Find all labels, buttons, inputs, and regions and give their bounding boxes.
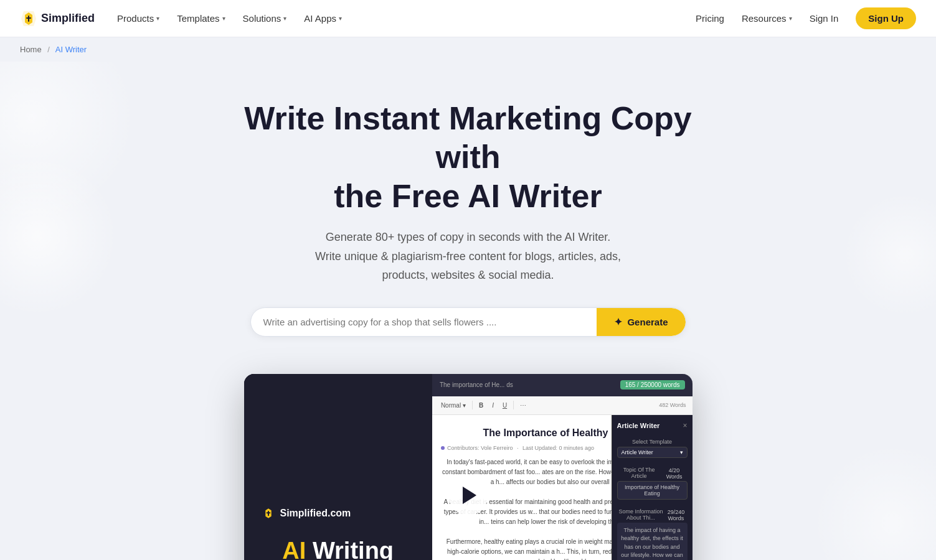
- panel-info-header: Some Information About Thi... 29/240 Wor…: [617, 508, 688, 523]
- panel-topic-header: Topic Of The Article 4/20 Words: [617, 467, 688, 481]
- signup-button[interactable]: Sign Up: [856, 7, 916, 29]
- panel-info-label: Some Information About Thi...: [617, 508, 665, 521]
- video-section: Simplified.com AI Writing Generator The …: [244, 374, 693, 560]
- navbar: Simplified Products ▾ Templates ▾ Soluti…: [0, 0, 936, 37]
- toolbar-bold[interactable]: B: [476, 401, 486, 410]
- products-chevron-icon: ▾: [156, 15, 159, 22]
- panel-close-icon[interactable]: ×: [683, 421, 687, 430]
- video-brand: Simplified.com: [262, 506, 415, 520]
- nav-resources[interactable]: Resources ▾: [742, 13, 792, 24]
- resources-chevron-icon: ▾: [789, 15, 792, 22]
- hero-subtitle: Generate 80+ types of copy in seconds wi…: [281, 228, 655, 285]
- ai-apps-chevron-icon: ▾: [339, 15, 342, 22]
- logo-text: Simplified: [41, 12, 95, 25]
- wand-icon: ✦: [614, 316, 622, 328]
- breadcrumb-current: AI Writer: [55, 45, 87, 54]
- panel-info-field: Some Information About Thi... 29/240 Wor…: [617, 508, 688, 560]
- editor-word-count: 165 / 250000 words: [620, 380, 685, 390]
- hero-title: Write Instant Marketing Copy with the Fr…: [225, 99, 711, 215]
- toolbar-more[interactable]: ⋯: [518, 401, 529, 410]
- breadcrumb-separator: /: [47, 45, 50, 54]
- logo[interactable]: Simplified: [20, 10, 95, 27]
- video-container: Simplified.com AI Writing Generator The …: [244, 374, 693, 560]
- search-bar: ✦ Generate: [250, 307, 686, 337]
- article-writer-panel: Article Writer × Select Template Article…: [612, 415, 693, 560]
- video-left: Simplified.com AI Writing Generator: [244, 374, 432, 560]
- toolbar-underline[interactable]: U: [500, 401, 509, 410]
- editor-title-text: The importance of He... ds: [440, 381, 513, 388]
- nav-products[interactable]: Products ▾: [110, 8, 167, 29]
- logo-icon: [20, 10, 37, 27]
- templates-chevron-icon: ▾: [222, 15, 225, 22]
- panel-info-chars: 29/240 Words: [664, 509, 687, 521]
- template-chevron-icon: ▾: [680, 449, 683, 455]
- toolbar-sep-1: [472, 401, 473, 409]
- toolbar-italic[interactable]: I: [489, 401, 496, 410]
- panel-template-select[interactable]: Article Writer ▾: [617, 447, 688, 458]
- panel-topic-value[interactable]: Importance of Healthy Eating: [617, 481, 688, 500]
- search-input[interactable]: [251, 308, 597, 336]
- panel-template-field: Select Template Article Writer ▾: [617, 439, 688, 458]
- meta-dot-icon: [441, 446, 445, 450]
- play-triangle-icon: [463, 487, 476, 504]
- editor-toolbar: Normal ▾ B I U ⋯ 482 Words: [432, 396, 693, 415]
- panel-header: Article Writer ×: [617, 421, 688, 430]
- panel-body-text[interactable]: The impact of having a healthy diet, the…: [617, 523, 688, 560]
- video-headline: AI Writing Generator: [262, 538, 415, 560]
- nav-links: Products ▾ Templates ▾ Solutions ▾ AI Ap…: [110, 8, 688, 29]
- panel-template-label: Select Template: [617, 439, 688, 445]
- panel-topic-field: Topic Of The Article 4/20 Words Importan…: [617, 467, 688, 500]
- video-brand-text: Simplified.com: [280, 508, 351, 519]
- nav-templates[interactable]: Templates ▾: [169, 8, 232, 29]
- nav-pricing[interactable]: Pricing: [688, 8, 732, 29]
- breadcrumb-home[interactable]: Home: [20, 45, 42, 54]
- nav-solutions[interactable]: Solutions ▾: [235, 8, 295, 29]
- generate-button[interactable]: ✦ Generate: [597, 308, 685, 336]
- play-button[interactable]: [448, 475, 488, 515]
- video-logo-icon: [262, 506, 275, 520]
- hero-section: Write Instant Marketing Copy with the Fr…: [0, 62, 936, 560]
- panel-topic-chars: 4/20 Words: [661, 467, 688, 480]
- video-editor: The importance of He... ds 165 / 250000 …: [432, 374, 693, 560]
- bg-circle-right: [836, 186, 936, 323]
- solutions-chevron-icon: ▾: [283, 15, 286, 22]
- signin-button[interactable]: Sign In: [802, 8, 846, 29]
- nav-right: Pricing Resources ▾ Sign In Sign Up: [688, 7, 916, 29]
- panel-topic-label: Topic Of The Article: [617, 467, 661, 479]
- editor-word-count-inline: 482 Words: [659, 402, 686, 408]
- editor-topbar: The importance of He... ds 165 / 250000 …: [432, 374, 693, 396]
- bg-circle-left: [0, 149, 125, 323]
- nav-ai-apps[interactable]: AI Apps ▾: [296, 8, 349, 29]
- toolbar-sep-2: [513, 401, 514, 409]
- breadcrumb: Home / AI Writer: [0, 37, 936, 62]
- panel-title: Article Writer: [617, 422, 660, 429]
- toolbar-normal[interactable]: Normal ▾: [438, 401, 468, 410]
